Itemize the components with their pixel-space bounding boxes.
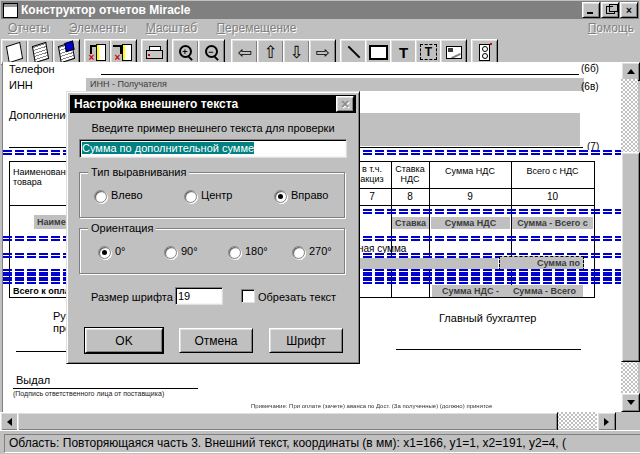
menu-help[interactable]: Помощь bbox=[588, 21, 634, 35]
dialog-titlebar[interactable]: Настройка внешнего текста ✕ bbox=[70, 95, 356, 113]
restore-button[interactable] bbox=[601, 2, 619, 18]
dialog-close-button[interactable]: ✕ bbox=[336, 96, 354, 112]
menu-reports[interactable]: Отчеты bbox=[8, 21, 50, 35]
font-button[interactable]: Шрифт bbox=[269, 328, 343, 353]
horizontal-scroll-thumb[interactable] bbox=[17, 412, 558, 431]
menu-scale[interactable]: Масштаб bbox=[146, 21, 197, 35]
inn-field-placeholder[interactable]: ИНН - Получателя bbox=[86, 78, 584, 91]
scroll-right-button[interactable] bbox=[597, 412, 616, 431]
radio-align-right-label[interactable]: Вправо bbox=[291, 189, 328, 201]
menu-move[interactable]: Перемещение bbox=[216, 21, 296, 35]
rectangle-tool-icon bbox=[369, 45, 388, 60]
menu-bar: Отчеты Элементы Масштаб Перемещение Помо… bbox=[0, 21, 640, 39]
radio-orient-0-label[interactable]: 0° bbox=[115, 245, 126, 257]
arrow-left-icon bbox=[3, 418, 12, 426]
radio-orient-270-label[interactable]: 270° bbox=[309, 245, 332, 257]
band-left-icon: × bbox=[89, 44, 107, 60]
report-new-icon bbox=[6, 41, 23, 63]
sample-text-selection: Сумма по дополнительной сумме bbox=[82, 142, 254, 154]
table-colnum-10: 10 bbox=[511, 191, 594, 202]
radio-align-center-label[interactable]: Центр bbox=[201, 189, 233, 201]
external-text-dialog: Настройка внешнего текста ✕ Введите прим… bbox=[66, 91, 360, 364]
clip-text-checkbox[interactable] bbox=[241, 289, 255, 303]
font-size-input[interactable] bbox=[175, 287, 223, 305]
glavbuh-label[interactable]: Главный бухгалтер bbox=[439, 312, 536, 324]
arrow-right-icon bbox=[604, 418, 613, 426]
vertical-scroll-thumb[interactable] bbox=[621, 152, 640, 362]
close-icon: × bbox=[626, 5, 632, 16]
external-text-tool-icon: T bbox=[420, 44, 437, 60]
table-colnum-8: 8 bbox=[391, 191, 429, 202]
restore-icon bbox=[606, 6, 615, 14]
text-tool-icon: T bbox=[399, 45, 408, 60]
radio-orient-180[interactable] bbox=[228, 246, 241, 259]
radio-align-left-label[interactable]: Влево bbox=[111, 189, 143, 201]
phone-ref: (6б) bbox=[581, 63, 599, 74]
zoom-out-icon: − bbox=[204, 44, 220, 60]
field-summa-vsego2-cell[interactable]: Сумма - Всего bbox=[506, 285, 583, 297]
table-header-stavka: Ставка НДС bbox=[391, 164, 429, 184]
report-save-icon bbox=[58, 41, 75, 63]
dialog-title: Настройка внешнего текста bbox=[74, 97, 336, 111]
field-summa-nds2-cell[interactable]: Сумма НДС - bbox=[432, 285, 509, 297]
radio-orient-180-label[interactable]: 180° bbox=[245, 245, 268, 257]
horizontal-scrollbar bbox=[0, 412, 614, 429]
band-separator[interactable] bbox=[351, 209, 621, 214]
field-summa-nds-cell[interactable]: Сумма НДС bbox=[431, 217, 510, 229]
status-text: Область: Повторяющаяся часть 3. Внешний … bbox=[4, 434, 640, 453]
vertical-scrollbar bbox=[621, 62, 638, 410]
sample-text-input[interactable]: Сумма по дополнительной сумме bbox=[79, 139, 347, 158]
field-stavka-cell[interactable]: Ставка bbox=[392, 217, 429, 229]
radio-orient-90[interactable] bbox=[164, 246, 177, 259]
radio-align-left[interactable] bbox=[94, 190, 107, 203]
dialog-prompt: Введите пример внешнего текста для прове… bbox=[67, 122, 359, 134]
vydal-label[interactable]: Выдал bbox=[16, 374, 50, 386]
table-header-vsego: Всего с НДС bbox=[511, 166, 594, 176]
radio-align-right[interactable] bbox=[274, 190, 287, 203]
move-left-icon: ⇦ bbox=[237, 44, 251, 61]
close-button[interactable]: × bbox=[620, 2, 638, 18]
inn-ref: (6в) bbox=[581, 81, 599, 92]
dialog-close-icon: ✕ bbox=[340, 98, 349, 111]
addition-label[interactable]: Дополнение bbox=[9, 109, 71, 121]
menu-elements[interactable]: Элементы bbox=[69, 21, 127, 35]
field-summa-vsego-cell[interactable]: Сумма - Всего с bbox=[512, 217, 593, 229]
font-size-label: Размер шрифта bbox=[91, 291, 173, 303]
move-up-icon: ⇧ bbox=[263, 44, 277, 61]
arrow-down-icon bbox=[627, 400, 635, 409]
radio-orient-0[interactable] bbox=[98, 246, 111, 259]
radio-orient-270[interactable] bbox=[292, 246, 305, 259]
clip-text-label[interactable]: Обрезать текст bbox=[258, 291, 336, 303]
ok-button[interactable]: OK bbox=[85, 328, 163, 353]
orientation-group: Ориентация 0° 90° 180° 270° bbox=[79, 228, 345, 274]
fine-print: Примечание: При оплате (зачете) аванса п… bbox=[251, 403, 609, 408]
minimize-button[interactable] bbox=[582, 2, 600, 18]
move-right-icon: ⇨ bbox=[315, 44, 329, 61]
cancel-button[interactable]: Отмена bbox=[179, 328, 253, 353]
phone-line[interactable] bbox=[101, 74, 579, 75]
alignment-group-label: Тип выравнивания bbox=[88, 166, 189, 178]
table-border bbox=[353, 188, 595, 189]
signature-line-right bbox=[396, 349, 581, 350]
window-title: Конструктор отчетов Miracle bbox=[21, 3, 582, 17]
vydal-line bbox=[13, 388, 198, 389]
move-down-icon: ⇩ bbox=[289, 44, 303, 61]
phone-label[interactable]: Телефон bbox=[9, 63, 55, 75]
app-icon bbox=[3, 3, 18, 18]
print-icon bbox=[146, 46, 163, 59]
report-open-icon bbox=[32, 41, 49, 63]
window-titlebar: Конструктор отчетов Miracle × bbox=[1, 1, 639, 19]
band-right-icon: × bbox=[115, 44, 133, 60]
orientation-group-label: Ориентация bbox=[88, 222, 156, 234]
table-colnum-9: 9 bbox=[429, 191, 511, 202]
scroll-down-button[interactable] bbox=[621, 393, 640, 412]
zoom-in-icon: + bbox=[178, 44, 194, 60]
arrow-up-icon bbox=[627, 65, 635, 74]
status-bar: Область: Повторяющаяся часть 3. Внешний … bbox=[0, 430, 640, 454]
line-tool-icon bbox=[347, 46, 360, 59]
inn-label[interactable]: ИНН bbox=[9, 79, 33, 91]
radio-orient-90-label[interactable]: 90° bbox=[181, 245, 198, 257]
fields-tool-icon bbox=[479, 44, 490, 61]
radio-align-center[interactable] bbox=[184, 190, 197, 203]
app-window: Конструктор отчетов Miracle × Отчеты Эле… bbox=[0, 0, 640, 454]
